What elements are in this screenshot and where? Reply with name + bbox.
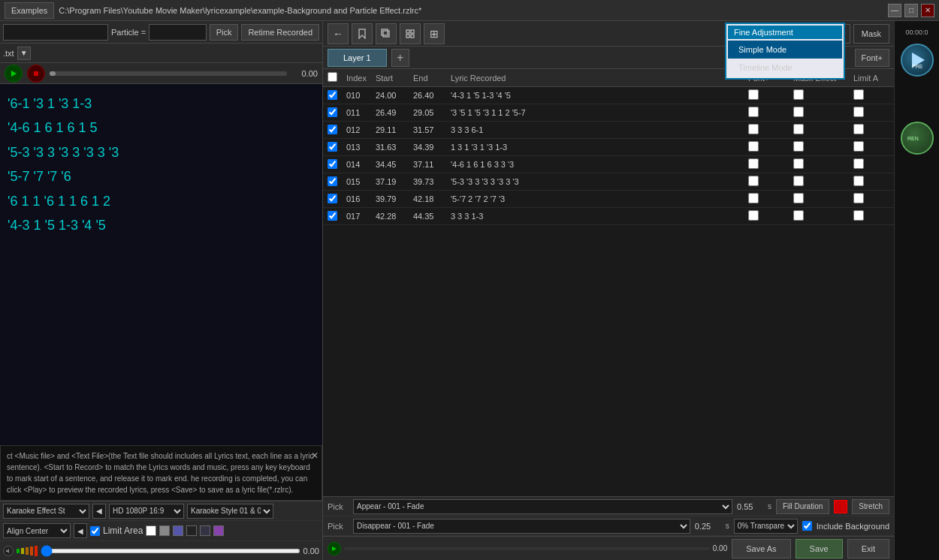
cut-icon-button[interactable] bbox=[400, 23, 421, 44]
layer-1-tab[interactable]: Layer 1 bbox=[328, 49, 387, 67]
row-check-cell[interactable] bbox=[323, 191, 342, 208]
align-select[interactable]: Align Center bbox=[3, 523, 71, 538]
karaoke-effect-toggle[interactable]: ◀ bbox=[92, 504, 106, 519]
row-index-4: 014 bbox=[342, 156, 371, 173]
play-small-button[interactable] bbox=[328, 542, 341, 555]
row-limit-check-5[interactable] bbox=[853, 176, 864, 186]
row-font-check-6[interactable] bbox=[748, 193, 759, 203]
row-limit-check-1[interactable] bbox=[853, 107, 864, 117]
row-font-check-0[interactable] bbox=[748, 89, 759, 100]
row-mask-check-3[interactable] bbox=[793, 141, 804, 152]
row-limit-check-0[interactable] bbox=[853, 89, 864, 100]
particle-value-input[interactable] bbox=[149, 24, 206, 41]
include-background-checkbox[interactable] bbox=[802, 521, 812, 531]
file-browse-button[interactable]: ▼ bbox=[17, 47, 31, 60]
limit-area-checkbox[interactable] bbox=[90, 526, 100, 536]
row-mask-check-2[interactable] bbox=[793, 124, 804, 134]
info-close-button[interactable]: ✕ bbox=[311, 449, 319, 462]
row-limit-check-6[interactable] bbox=[853, 193, 864, 203]
svg-rect-5 bbox=[382, 29, 388, 35]
save-as-button[interactable]: Save As bbox=[732, 539, 790, 558]
row-mask-check-6[interactable] bbox=[793, 193, 804, 203]
pick-button[interactable]: Pick bbox=[210, 24, 239, 41]
row-lyric-7: 3 3 3 1-3 bbox=[446, 208, 744, 225]
copy-icon-button[interactable] bbox=[376, 23, 397, 44]
row-font-check-2[interactable] bbox=[748, 124, 759, 134]
row-checkbox-0[interactable] bbox=[328, 90, 337, 100]
color-swatch-1[interactable] bbox=[159, 525, 170, 536]
fill-duration-button[interactable]: Fill Duration bbox=[776, 499, 829, 514]
close-button[interactable]: ✕ bbox=[921, 4, 934, 17]
add-layer-button[interactable]: + bbox=[391, 49, 409, 67]
examples-button[interactable]: Examples bbox=[5, 2, 54, 19]
row-limit-check-7[interactable] bbox=[853, 210, 864, 221]
row-mask-check-7[interactable] bbox=[793, 210, 804, 221]
row-checkbox-6[interactable] bbox=[328, 194, 337, 203]
row-checkbox-4[interactable] bbox=[328, 159, 337, 169]
row-font-check-3[interactable] bbox=[748, 141, 759, 152]
color-swatch-3[interactable] bbox=[186, 525, 197, 536]
row-limit-check-2[interactable] bbox=[853, 124, 864, 134]
resolution-select[interactable]: HD 1080P 16:9 bbox=[109, 504, 184, 519]
row-font-0 bbox=[744, 87, 789, 104]
color-swatch-4[interactable] bbox=[200, 525, 210, 536]
bookmark-icon-button[interactable] bbox=[352, 23, 373, 44]
row-checkbox-5[interactable] bbox=[328, 176, 337, 186]
row-limit-check-3[interactable] bbox=[853, 141, 864, 152]
progress-bar[interactable] bbox=[344, 547, 710, 550]
karaoke-style-select[interactable]: Karaoke Style 01 & 03 bbox=[187, 504, 273, 519]
font-button[interactable]: Font+ bbox=[855, 49, 889, 67]
stop-button[interactable] bbox=[27, 65, 45, 83]
disappear-select[interactable]: Disappear - 001 - Fade bbox=[353, 519, 690, 534]
appear-select[interactable]: Appear - 001 - Fade bbox=[353, 499, 732, 514]
color-swatch-2[interactable] bbox=[173, 525, 183, 536]
row-check-cell[interactable] bbox=[323, 122, 342, 139]
select-all-checkbox[interactable] bbox=[328, 72, 337, 82]
row-font-check-5[interactable] bbox=[748, 176, 759, 186]
maximize-button[interactable]: □ bbox=[904, 4, 918, 17]
row-limit-check-4[interactable] bbox=[853, 158, 864, 169]
align-toggle[interactable]: ◀ bbox=[74, 523, 87, 538]
row-font-check-7[interactable] bbox=[748, 210, 759, 221]
karaoke-effect-select[interactable]: Karaoke Effect St bbox=[3, 504, 89, 519]
color-swatch-0[interactable] bbox=[146, 525, 156, 536]
back-icon-button[interactable]: ← bbox=[328, 23, 349, 44]
exit-button[interactable]: Exit bbox=[847, 539, 889, 558]
row-check-cell[interactable] bbox=[323, 104, 342, 122]
row-font-check-4[interactable] bbox=[748, 158, 759, 169]
row-checkbox-1[interactable] bbox=[328, 107, 337, 117]
row-check-cell[interactable] bbox=[323, 139, 342, 156]
seek-bar[interactable] bbox=[50, 71, 287, 76]
save-button[interactable]: Save bbox=[796, 539, 843, 558]
row-check-cell[interactable] bbox=[323, 156, 342, 173]
transparency-select[interactable]: 0% Transpare bbox=[734, 519, 798, 534]
color-swatch-5[interactable] bbox=[213, 525, 224, 536]
row-mask-check-5[interactable] bbox=[793, 176, 804, 186]
play-button[interactable] bbox=[5, 65, 23, 83]
row-check-cell[interactable] bbox=[323, 208, 342, 225]
right-top-bar: ← ⊞ Handwriting 3D Rhythm Mask Fine Adju… bbox=[323, 21, 894, 47]
track-name-input[interactable] bbox=[3, 24, 108, 41]
row-checkbox-2[interactable] bbox=[328, 125, 337, 134]
row-font-check-1[interactable] bbox=[748, 107, 759, 117]
row-checkbox-7[interactable] bbox=[328, 211, 337, 221]
mask-button[interactable]: Mask bbox=[853, 24, 889, 44]
row-start-0: 24.00 bbox=[371, 87, 409, 104]
row-check-cell[interactable] bbox=[323, 173, 342, 191]
row-mask-check-0[interactable] bbox=[793, 89, 804, 100]
retime-button[interactable]: Retime Recorded bbox=[241, 24, 319, 41]
row-checkbox-3[interactable] bbox=[328, 142, 337, 152]
grid-icon-button[interactable]: ⊞ bbox=[424, 23, 445, 44]
playback-slider[interactable] bbox=[41, 549, 300, 553]
row-check-cell[interactable] bbox=[323, 87, 342, 104]
row-mask-check-4[interactable] bbox=[793, 158, 804, 169]
row-mask-check-1[interactable] bbox=[793, 107, 804, 117]
row-limit-6 bbox=[849, 191, 894, 208]
render-circle[interactable]: REN bbox=[901, 122, 934, 155]
timeline-mode-item[interactable]: Timeline Mode bbox=[728, 59, 842, 77]
stretch-button[interactable]: Stretch bbox=[852, 499, 889, 514]
row-start-5: 37.19 bbox=[371, 173, 409, 191]
simple-mode-item[interactable]: Simple Mode bbox=[728, 41, 842, 59]
minimize-button[interactable]: — bbox=[888, 4, 901, 17]
preview-circle[interactable]: PRE bbox=[901, 44, 934, 77]
